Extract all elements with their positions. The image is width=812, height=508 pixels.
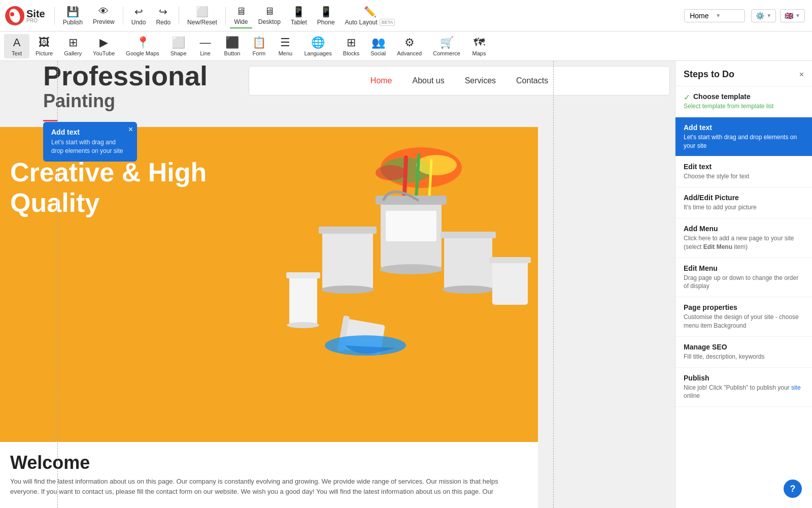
nav-about-us[interactable]: About us <box>413 76 445 85</box>
tool-youtube[interactable]: ▶ YouTube <box>88 34 120 58</box>
svg-point-16 <box>443 285 493 294</box>
separator-4 <box>225 7 226 25</box>
svg-rect-18 <box>489 257 531 263</box>
svg-point-13 <box>321 285 374 294</box>
tooltip-close-button[interactable]: × <box>128 125 133 134</box>
tool-shape[interactable]: ⬜ Shape <box>165 34 192 58</box>
wide-icon: 🖥 <box>236 6 246 17</box>
canvas[interactable]: × Add text Let's start with drag and dro… <box>0 61 675 508</box>
home-dropdown[interactable]: Home ▼ <box>684 9 745 22</box>
phone-button[interactable]: 📱 Phone <box>313 4 339 28</box>
separator-2 <box>123 7 123 25</box>
gear-icon: ⚙️ <box>756 12 764 20</box>
form-tool-icon: 📋 <box>252 36 266 49</box>
maps2-tool-icon: 🗺 <box>473 36 485 49</box>
svg-point-6 <box>376 165 406 180</box>
toolbar: A Text 🖼 Picture ⊞ Gallery ▶ YouTube 📍 G… <box>0 31 812 61</box>
step-page-properties[interactable]: Page properties Customise the design of … <box>675 297 812 337</box>
tool-gallery[interactable]: ⊞ Gallery <box>59 34 87 58</box>
tool-languages[interactable]: 🌐 Languages <box>299 34 336 58</box>
svg-rect-23 <box>286 272 320 278</box>
advanced-tool-icon: ⚙ <box>404 36 415 49</box>
beta-badge: BETA <box>380 19 395 26</box>
new-reset-button[interactable]: ⬜ New/Reset <box>183 4 221 28</box>
tool-picture[interactable]: 🖼 Picture <box>30 34 58 58</box>
step-edit-menu[interactable]: Edit Menu Drag page up or down to change… <box>675 258 812 298</box>
step-add-text[interactable]: Add text Let's start with drag and drop … <box>675 117 812 157</box>
auto-layout-button[interactable]: ✏️ Auto Layout BETA <box>341 4 399 28</box>
publish-icon: 💾 <box>66 6 79 18</box>
tool-social[interactable]: 👥 Social <box>365 34 391 58</box>
svg-rect-17 <box>492 259 528 305</box>
separator-1 <box>54 7 55 25</box>
steps-header: Steps to Do × <box>675 61 812 86</box>
svg-rect-15 <box>441 232 496 238</box>
language-button[interactable]: 🇬🇧 ▼ <box>780 9 805 22</box>
tool-form[interactable]: 📋 Form <box>246 34 272 58</box>
nav-contacts[interactable]: Contacts <box>516 76 548 85</box>
menu-tool-icon: ☰ <box>280 36 290 49</box>
steps-title: Steps to Do <box>684 69 734 80</box>
tool-google-maps[interactable]: 📍 Google Maps <box>121 34 164 58</box>
step-publish[interactable]: Publish Nice job! Click "Publish" to pub… <box>675 368 812 407</box>
line-tool-icon: ― <box>200 36 211 49</box>
paint-buckets <box>244 127 538 371</box>
publish-button[interactable]: 💾 Publish <box>59 4 87 28</box>
tool-commerce[interactable]: 🛒 Commerce <box>428 34 465 58</box>
check-icon-1: ✓ <box>684 92 690 102</box>
step-add-edit-picture[interactable]: Add/Edit Picture It's time to add your p… <box>675 187 812 218</box>
svg-point-2 <box>10 12 14 16</box>
add-menu-desc: Click here to add a new page to your sit… <box>684 234 804 251</box>
professional-header: Professional Painting — <box>43 61 208 128</box>
preview-nav: Home About us Services Contacts <box>249 66 670 96</box>
tooltip-description: Let's start with drag and drop elements … <box>51 138 129 155</box>
maps-tool-icon: 📍 <box>136 36 150 49</box>
hero-text: Creative & High Quality <box>10 157 207 218</box>
step-add-menu[interactable]: Add Menu Click here to add a new page to… <box>675 218 812 258</box>
svg-point-5 <box>416 155 457 175</box>
wide-button[interactable]: 🖥 Wide <box>230 4 252 27</box>
help-button[interactable]: ? <box>784 480 802 498</box>
tool-button[interactable]: ⬛ Button <box>219 34 246 58</box>
settings-chevron: ▼ <box>766 13 771 18</box>
redo-button[interactable]: ↪ Redo <box>152 4 175 28</box>
svg-point-24 <box>287 322 319 328</box>
step-edit-text[interactable]: Edit text Choose the style for text <box>675 156 812 187</box>
desktop-icon: 🖥 <box>264 6 275 17</box>
commerce-tool-icon: 🛒 <box>440 36 454 49</box>
svg-rect-14 <box>444 234 492 290</box>
undo-button[interactable]: ↩ Undo <box>127 4 150 28</box>
button-tool-icon: ⬛ <box>225 36 239 49</box>
main-area: × Add text Let's start with drag and dro… <box>0 61 812 508</box>
tool-blocks[interactable]: ⊞ Blocks <box>338 34 364 58</box>
preview-button[interactable]: 👁 Preview <box>89 4 119 27</box>
tool-advanced[interactable]: ⚙ Advanced <box>392 34 427 58</box>
language-chevron: ▼ <box>795 13 800 18</box>
tool-text[interactable]: A Text <box>4 34 29 58</box>
desktop-button[interactable]: 🖥 Desktop <box>254 4 285 27</box>
text-tool-icon: A <box>13 36 21 49</box>
tool-menu[interactable]: ☰ Menu <box>273 34 298 58</box>
steps-panel: Steps to Do × ✓ Choose template Select t… <box>675 61 812 508</box>
phone-icon: 📱 <box>320 6 332 18</box>
nav-home[interactable]: Home <box>370 76 392 85</box>
social-tool-icon: 👥 <box>371 36 385 49</box>
redo-icon: ↪ <box>159 6 167 18</box>
separator-3 <box>179 7 179 25</box>
gallery-tool-icon: ⊞ <box>69 36 78 49</box>
tool-maps[interactable]: 🗺 Maps <box>466 34 492 58</box>
settings-button[interactable]: ⚙️ ▼ <box>751 9 776 22</box>
new-reset-icon: ⬜ <box>196 6 209 18</box>
hero-section: Creative & High Quality <box>0 127 538 442</box>
tool-line[interactable]: ― Line <box>193 34 218 58</box>
step-manage-seo[interactable]: Manage SEO Fill title, description, keyw… <box>675 337 812 368</box>
svg-rect-11 <box>322 229 373 290</box>
preview-icon: 👁 <box>98 6 109 17</box>
step-choose-template[interactable]: ✓ Choose template Select template from t… <box>675 86 812 117</box>
svg-point-9 <box>380 264 443 274</box>
svg-rect-22 <box>289 274 317 325</box>
steps-close-button[interactable]: × <box>799 70 804 79</box>
tablet-button[interactable]: 📱 Tablet <box>287 4 311 28</box>
nav-services[interactable]: Services <box>465 76 496 85</box>
tooltip-title: Add text <box>51 128 129 136</box>
